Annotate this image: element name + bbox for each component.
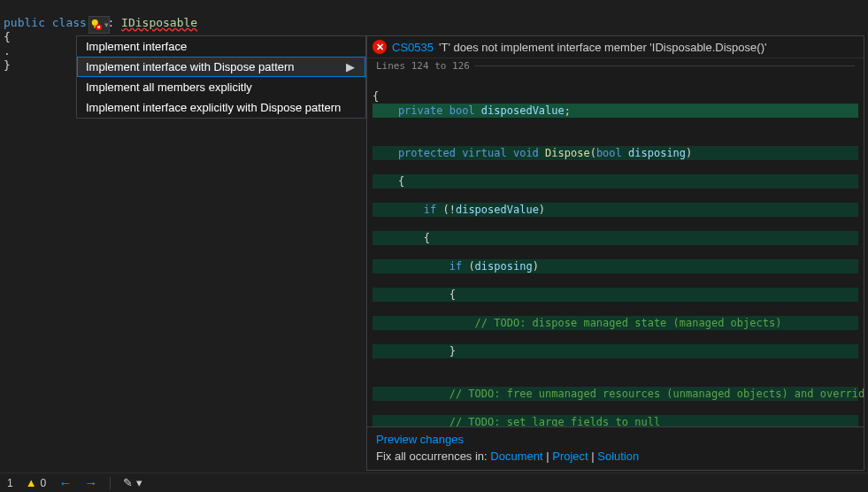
nav-forward-button[interactable]: → [84,475,97,490]
qa-implement-interface[interactable]: Implement interface [77,36,365,57]
warning-icon: ▲ [26,476,37,489]
fix-document-link[interactable]: Document [490,450,542,463]
quick-actions-menu: Implement interface Implement interface … [76,35,366,119]
submenu-expand-icon: ▶ [344,60,357,73]
preview-footer: Preview changes Fix all occurrences in: … [367,427,864,470]
fix-solution-link[interactable]: Solution [597,450,639,463]
nav-back-button[interactable]: ← [58,475,72,490]
qa-label: Implement interface with Dispose pattern [86,60,295,73]
error-code: CS0535 [392,41,434,54]
warning-count[interactable]: ▲ 0 [26,476,47,489]
preview-header: ✕ CS0535 'T' does not implement interfac… [367,36,864,58]
chevron-down-icon: ▾ [104,20,109,29]
qa-label: Implement interface [86,40,187,53]
lines-range: Lines 124 to 126 [367,58,864,73]
qa-implement-explicitly-dispose[interactable]: Implement interface explicitly with Disp… [77,97,365,118]
qa-implement-dispose-pattern[interactable]: Implement interface with Dispose pattern… [77,57,365,77]
fix-project-link[interactable]: Project [552,450,588,463]
fix-all-label: Fix all occurrences in: [376,450,488,463]
error-icon: ✕ [373,40,387,54]
status-bar: 1 ▲ 0 ← → ✎ ▾ [0,473,868,492]
preview-pane: ✕ CS0535 'T' does not implement interfac… [366,35,864,471]
preview-changes-link[interactable]: Preview changes [376,433,464,446]
qa-implement-explicitly[interactable]: Implement all members explicitly [77,77,365,97]
qa-label: Implement interface explicitly with Disp… [86,101,341,114]
code-preview: { private bool disposedValue; protected … [367,73,864,427]
edit-icon[interactable]: ✎ ▾ [123,476,142,489]
qa-label: Implement all members explicitly [86,81,252,94]
issue-count[interactable]: 1 [7,477,13,489]
divider [110,477,111,489]
lightbulb-error-icon [90,19,103,31]
error-message: 'T' does not implement interface member … [439,41,766,54]
lightbulb-button[interactable]: ▾ [88,16,110,34]
